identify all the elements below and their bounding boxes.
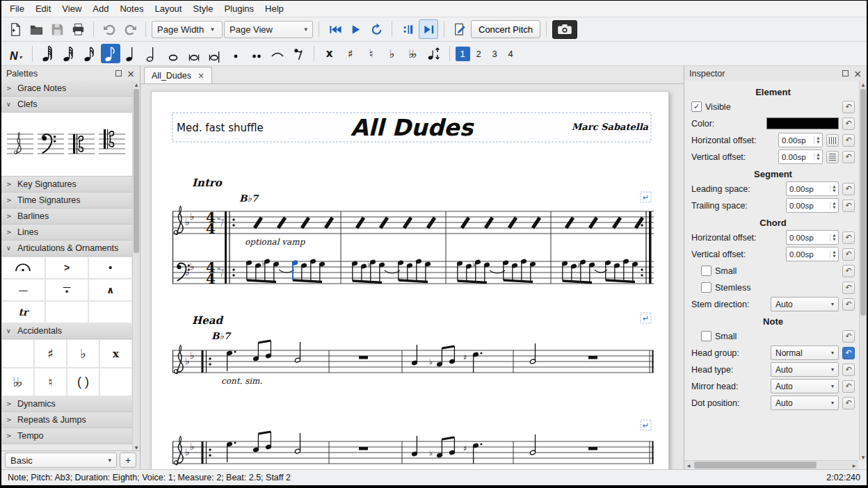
- reset-visible-button[interactable]: ↶: [842, 101, 855, 113]
- note-input-mode-button[interactable]: N▾: [6, 44, 26, 63]
- accidental-flat[interactable]: ♭: [262, 259, 265, 268]
- new-score-button[interactable]: [6, 19, 25, 39]
- note-small-checkbox[interactable]: [701, 331, 712, 341]
- rehearsal-head[interactable]: Head: [192, 314, 223, 327]
- color-swatch[interactable]: [766, 117, 839, 129]
- sharp-item[interactable]: ♯: [34, 339, 67, 368]
- chord-small-checkbox[interactable]: [701, 266, 712, 276]
- undock-icon[interactable]: [842, 70, 849, 76]
- loop-playback-button[interactable]: [367, 19, 386, 39]
- palette-item-grace-notes[interactable]: >Grace Notes: [1, 81, 132, 97]
- inspector-hscrollbar[interactable]: ◀ ▶: [684, 460, 858, 469]
- chord-h-offset-spinbox[interactable]: 0.00sp▲▼: [786, 230, 839, 245]
- edit-mode-button[interactable]: [450, 19, 469, 39]
- v-offset-spinbox[interactable]: 0.00sp▲▼: [778, 149, 823, 164]
- scroll-up-icon[interactable]: ▲: [135, 81, 138, 88]
- reset-stemless-button[interactable]: ↶: [842, 282, 855, 294]
- palette-item-clefs[interactable]: ∨Clefs: [1, 97, 132, 113]
- composer-text[interactable]: Marc Sabatella: [572, 122, 649, 132]
- parentheses-item[interactable]: ( ): [67, 368, 99, 396]
- menu-add[interactable]: Add: [87, 1, 114, 16]
- duration-breve-button[interactable]: [184, 44, 204, 63]
- head-group-select[interactable]: Normal▾: [771, 345, 839, 360]
- spin-down-icon[interactable]: ▼: [817, 157, 820, 161]
- image-capture-button[interactable]: [552, 20, 577, 39]
- head-type-select[interactable]: Auto▾: [771, 362, 839, 377]
- add-palette-button[interactable]: +: [120, 453, 136, 468]
- spin-down-icon[interactable]: ▼: [833, 254, 836, 258]
- spin-down-icon[interactable]: ▼: [833, 238, 836, 241]
- flip-direction-button[interactable]: [424, 44, 444, 63]
- menu-file[interactable]: File: [4, 1, 30, 16]
- bass-notes[interactable]: ♭ ♭ ♭ ♭: [246, 259, 638, 283]
- tie-button[interactable]: [268, 44, 287, 63]
- ghost-rest[interactable]: [217, 217, 223, 226]
- key-flat[interactable]: ♭: [190, 211, 195, 222]
- play-repeats-toggle[interactable]: [398, 19, 417, 39]
- portato-item[interactable]: —•: [45, 279, 89, 301]
- voice-2-button[interactable]: 2: [472, 47, 486, 61]
- tempo-text[interactable]: Med. fast shuffle: [177, 122, 264, 134]
- menu-plugins[interactable]: Plugins: [218, 1, 259, 16]
- reset-note-small-button[interactable]: ↶: [842, 330, 855, 343]
- concert-pitch-button[interactable]: Concert Pitch: [471, 20, 540, 38]
- ghost-rest[interactable]: [217, 267, 223, 276]
- palettes-scrollbar[interactable]: ▲ ▼: [132, 81, 140, 450]
- melody-system[interactable]: [172, 341, 654, 374]
- scroll-down-icon[interactable]: ▼: [135, 444, 138, 450]
- melody-system[interactable]: [172, 432, 654, 465]
- voice-3-button[interactable]: 3: [488, 47, 502, 61]
- view-mode-select[interactable]: Page View▾: [224, 21, 313, 38]
- accent-item[interactable]: >: [45, 257, 89, 279]
- double-sharp-button[interactable]: x: [320, 44, 339, 63]
- reset-color-button[interactable]: ↶: [842, 117, 855, 130]
- reset-leading-button[interactable]: ↶: [842, 183, 855, 195]
- menu-style[interactable]: Style: [187, 1, 218, 16]
- key-flat[interactable]: ♭: [190, 261, 195, 272]
- natural-button[interactable]: ♮: [362, 44, 381, 63]
- reset-head-type-button[interactable]: ↶: [842, 364, 855, 376]
- score-svg[interactable]: Med. fast shuffle All Dudes Marc Sabatel…: [152, 92, 670, 469]
- scroll-right-icon[interactable]: ▶: [850, 463, 858, 468]
- spin-down-icon[interactable]: ▼: [833, 206, 836, 209]
- scrollbar-handle[interactable]: [694, 462, 817, 469]
- marcato-item[interactable]: ∧: [88, 279, 132, 301]
- duration-quarter-button[interactable]: [122, 44, 141, 63]
- reset-head-group-button[interactable]: ↶: [842, 347, 855, 359]
- scrollbar-handle[interactable]: [134, 89, 139, 253]
- palette-item-dynamics[interactable]: >Dynamics: [1, 396, 132, 412]
- scroll-up-icon[interactable]: ▲: [862, 81, 865, 88]
- accidental-flat[interactable]: ♭: [367, 259, 371, 268]
- palette-item-repeats-jumps[interactable]: >Repeats & Jumps: [1, 412, 132, 428]
- chord-symbol[interactable]: B♭7: [211, 330, 232, 341]
- undo-button[interactable]: [99, 19, 119, 39]
- open-file-button[interactable]: [26, 19, 46, 39]
- pan-playback-toggle[interactable]: [419, 19, 438, 39]
- reset-dot-position-button[interactable]: ↶: [842, 397, 855, 409]
- duration-64th-button[interactable]: [38, 44, 58, 63]
- accidental-flat[interactable]: ♭: [472, 259, 476, 268]
- palette-item-lines[interactable]: >Lines: [1, 225, 132, 241]
- staccato-item[interactable]: •: [88, 257, 132, 279]
- double-dot-button[interactable]: [247, 44, 266, 63]
- key-flat[interactable]: ♭: [185, 266, 190, 277]
- close-icon[interactable]: ×: [853, 70, 862, 78]
- accidental-flat[interactable]: ♭: [577, 259, 581, 268]
- snap-vertical-button[interactable]: [826, 151, 839, 163]
- duration-half-button[interactable]: [143, 44, 162, 63]
- stemless-checkbox[interactable]: [701, 282, 712, 293]
- sharp-button[interactable]: ♯: [341, 44, 360, 63]
- snap-horizontal-button[interactable]: [826, 134, 839, 147]
- reset-v-offset-button[interactable]: ↶: [842, 151, 855, 163]
- duration-longa-button[interactable]: [205, 44, 225, 63]
- palette-item-key-signatures[interactable]: >Key Signatures: [1, 177, 132, 193]
- natural-item[interactable]: ♮: [34, 368, 67, 396]
- reset-chord-small-button[interactable]: ↶: [842, 265, 855, 277]
- palette-preset-select[interactable]: Basic▾: [5, 453, 117, 468]
- chord-v-offset-spinbox[interactable]: 0.00sp▲▼: [786, 247, 839, 261]
- line-break-marker[interactable]: [641, 420, 651, 430]
- play-button[interactable]: [346, 19, 365, 39]
- key-flat[interactable]: ♭: [185, 216, 190, 227]
- reset-mirror-head-button[interactable]: ↶: [842, 380, 855, 393]
- visible-checkbox[interactable]: ✓: [691, 101, 702, 112]
